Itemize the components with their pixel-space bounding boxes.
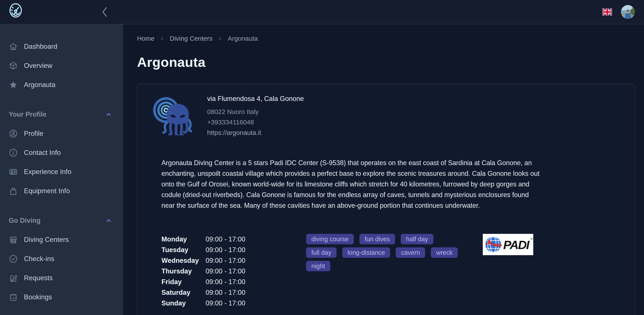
sidebar-item-label: Requests <box>24 274 53 282</box>
avatar-photo <box>621 5 635 19</box>
card-bottom-row: Monday 09:00 - 17:00 Tuesday 09:00 - 17:… <box>162 234 621 308</box>
star-icon <box>9 80 18 90</box>
hours-row: Tuesday 09:00 - 17:00 <box>162 244 248 255</box>
user-circle-icon <box>9 129 18 138</box>
hours-time: 09:00 - 17:00 <box>206 267 246 275</box>
sidebar-item-overview[interactable]: Overview <box>0 56 123 75</box>
chevron-up-icon <box>105 111 112 118</box>
hours-day: Friday <box>162 278 206 286</box>
hours-time: 09:00 - 17:00 <box>206 278 246 286</box>
opening-hours: Monday 09:00 - 17:00 Tuesday 09:00 - 17:… <box>162 234 248 308</box>
sidebar-item-label: Equipment Info <box>24 187 70 195</box>
description-text: Argonauta Diving Center is a 5 stars Pad… <box>162 158 542 211</box>
padi-wordmark: PADI <box>503 238 530 252</box>
hours-row: Monday 09:00 - 17:00 <box>162 234 248 244</box>
page-title: Argonauta <box>137 54 635 70</box>
tag-badge: wreck <box>431 247 458 258</box>
user-avatar[interactable] <box>621 5 635 19</box>
hours-time: 09:00 - 17:00 <box>206 299 246 307</box>
sidebar: Dashboard Overview Argonauta Your Profil… <box>0 24 123 315</box>
tag-badge: long-distance <box>342 247 390 258</box>
sidebar-item-check-ins[interactable]: Check-ins <box>0 249 123 268</box>
sidebar-item-label: Argonauta <box>24 81 56 89</box>
dive-gauge-icon <box>8 2 23 18</box>
main-content: Home Diving Centers Argonauta Argonauta <box>123 24 644 315</box>
address-line1: via Flumendosa 4, Cala Gonone <box>207 95 304 103</box>
breadcrumb-home[interactable]: Home <box>137 35 154 42</box>
website-link[interactable]: https://argonauta.it <box>207 128 304 138</box>
calendar-icon <box>9 292 18 302</box>
hours-day: Wednesday <box>162 257 206 264</box>
sidebar-section-go-diving[interactable]: Go Diving <box>0 216 123 225</box>
hours-time: 09:00 - 17:00 <box>206 257 246 264</box>
activity-tags: diving course fun dives half day full da… <box>306 234 464 271</box>
hours-time: 09:00 - 17:00 <box>206 246 246 254</box>
sidebar-item-label: Overview <box>24 62 52 70</box>
tag-badge: full day <box>306 247 336 258</box>
hours-row: Sunday 09:00 - 17:00 <box>162 298 248 308</box>
sidebar-item-contact-info[interactable]: Contact Info <box>0 143 123 162</box>
hours-day: Saturday <box>162 289 206 296</box>
cube-icon <box>9 61 18 70</box>
sidebar-item-equipment-info[interactable]: Equipment Info <box>0 182 123 200</box>
topbar-actions <box>602 0 635 24</box>
hours-row: Wednesday 09:00 - 17:00 <box>162 255 248 266</box>
section-items-your-profile: Profile Contact Info <box>0 124 123 200</box>
tag-badge: diving course <box>306 234 354 244</box>
check-circle-icon <box>9 254 18 264</box>
chevron-right-icon <box>218 36 222 41</box>
tag-badge: fun dives <box>360 234 395 244</box>
storefront-icon <box>9 235 18 244</box>
chevron-left-icon <box>100 6 109 18</box>
pencil-square-icon <box>9 274 18 282</box>
hours-time: 09:00 - 17:00 <box>206 289 246 296</box>
breadcrumb-diving-centers[interactable]: Diving Centers <box>170 35 212 42</box>
hours-day: Monday <box>162 236 206 243</box>
sidebar-collapse-button[interactable] <box>100 6 110 18</box>
tag-badge: night <box>306 261 330 271</box>
info-circle-icon <box>9 148 18 157</box>
shopping-bag-icon <box>9 186 18 196</box>
argonauta-octopus-logo <box>152 91 192 135</box>
app-screen: Dashboard Overview Argonauta Your Profil… <box>0 0 644 315</box>
hours-time: 09:00 - 17:00 <box>206 236 246 243</box>
sidebar-item-profile[interactable]: Profile <box>0 124 123 143</box>
sidebar-item-requests[interactable]: Requests <box>0 268 123 288</box>
breadcrumb: Home Diving Centers Argonauta <box>137 34 635 43</box>
tag-badge: cavern <box>396 247 425 258</box>
section-items-go-diving: Diving Centers Check-ins <box>0 230 123 307</box>
home-icon <box>9 42 18 51</box>
sidebar-item-experience-info[interactable]: Experience Info <box>0 162 123 182</box>
section-title: Go Diving <box>9 217 40 224</box>
diving-center-card: via Flumendosa 4, Cala Gonone 08022 Nuor… <box>137 84 635 315</box>
sidebar-item-argonauta[interactable]: Argonauta <box>0 75 123 94</box>
sidebar-item-label: Contact Info <box>24 149 61 157</box>
address-line2: 08022 Nuoro Italy <box>207 106 304 117</box>
sidebar-item-bookings[interactable]: Bookings <box>0 288 123 307</box>
contact-block: via Flumendosa 4, Cala Gonone 08022 Nuor… <box>207 91 304 138</box>
sidebar-item-label: Diving Centers <box>24 236 69 244</box>
hours-row: Friday 09:00 - 17:00 <box>162 276 248 287</box>
breadcrumb-current: Argonauta <box>228 35 258 42</box>
padi-logo: PADI ® <box>483 234 533 255</box>
sidebar-item-label: Check-ins <box>24 255 54 263</box>
padi-registered-mark: ® <box>530 237 533 240</box>
sidebar-section-your-profile[interactable]: Your Profile <box>0 110 123 119</box>
app-logo[interactable] <box>8 2 23 18</box>
tag-badge: half day <box>401 234 434 244</box>
chevron-up-icon <box>105 217 112 224</box>
hours-day: Sunday <box>162 299 206 307</box>
hours-day: Tuesday <box>162 246 206 254</box>
section-title: Your Profile <box>9 110 46 118</box>
hours-day: Thursday <box>162 267 206 275</box>
chevron-right-icon <box>160 36 164 41</box>
language-selector[interactable] <box>602 8 612 16</box>
hours-row: Saturday 09:00 - 17:00 <box>162 287 248 298</box>
sidebar-item-dashboard[interactable]: Dashboard <box>0 37 123 56</box>
sidebar-item-label: Dashboard <box>24 43 57 50</box>
card-header: via Flumendosa 4, Cala Gonone 08022 Nuor… <box>152 91 621 138</box>
sidebar-item-label: Profile <box>24 130 43 138</box>
sidebar-item-diving-centers[interactable]: Diving Centers <box>0 230 123 249</box>
hours-row: Thursday 09:00 - 17:00 <box>162 266 248 276</box>
id-card-icon <box>9 167 18 176</box>
